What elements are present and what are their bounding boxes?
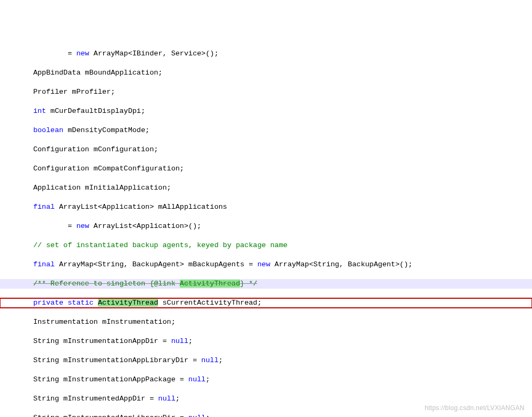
code-block: = new ArrayMap<IBinder, Service>(); AppB…	[0, 38, 532, 417]
code-line: String mInstrumentationAppLibraryDir = n…	[0, 356, 532, 365]
code-line: Instrumentation mInstrumentation;	[0, 317, 532, 327]
code-line: Profiler mProfiler;	[0, 87, 532, 97]
code-line: AppBindData mBoundApplication;	[0, 68, 532, 78]
code-line: String mInstrumentedAppDir = null;	[0, 394, 532, 404]
code-line: // set of instantiated backup agents, ke…	[0, 241, 532, 250]
code-line: Application mInitialApplication;	[0, 183, 532, 193]
code-line: String mInstrumentationAppPackage = null…	[0, 375, 532, 385]
code-line: int mCurDefaultDisplayDpi;	[0, 107, 532, 116]
code-line: String mInstrumentationAppDir = null;	[0, 337, 532, 346]
code-line: = new ArrayMap<IBinder, Service>();	[0, 49, 532, 59]
code-line: = new ArrayList<Application>();	[0, 222, 532, 231]
code-line: boolean mDensityCompatMode;	[0, 126, 532, 135]
code-line: final ArrayList<Application> mAllApplica…	[0, 202, 532, 212]
code-line-boxed: private static ActivityThread sCurrentAc…	[0, 298, 532, 308]
code-line-highlighted: /** Reference to singleton {@link Activi…	[0, 279, 532, 289]
code-line: final ArrayMap<String, BackupAgent> mBac…	[0, 260, 532, 269]
code-line: String mInstrumentedAppLibraryDir = null…	[0, 413, 532, 417]
code-line: Configuration mConfiguration;	[0, 145, 532, 154]
code-line: Configuration mCompatConfiguration;	[0, 164, 532, 174]
